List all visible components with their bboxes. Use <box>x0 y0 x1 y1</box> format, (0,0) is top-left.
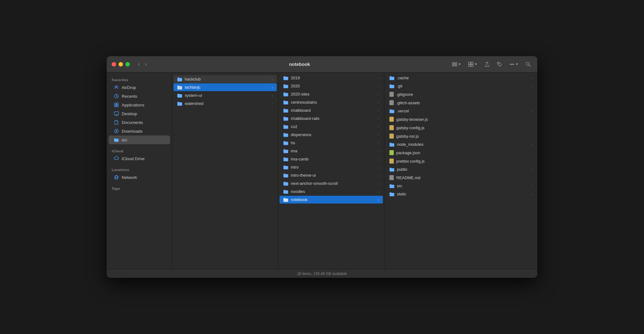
col1-lachlanjc[interactable]: lachlanjc › <box>173 83 277 91</box>
sidebar-item-desktop[interactable]: Desktop <box>109 109 170 118</box>
column-1: hackclub › lachlanjc › system-ui › <box>172 72 278 269</box>
col3-node-modules[interactable]: node_modules › <box>386 140 536 148</box>
search-button[interactable] <box>524 60 532 68</box>
forward-button[interactable]: › <box>143 60 149 69</box>
sidebar-item-airdrop[interactable]: AirDrop <box>109 83 170 92</box>
col2-intro-theme-ui[interactable]: intro-theme-ui › <box>280 171 383 179</box>
col3-public[interactable]: public › <box>386 165 536 173</box>
col3-readme[interactable]: README.md <box>386 174 536 182</box>
sidebar-item-desktop-label: Desktop <box>122 111 137 116</box>
col2-co2-chevron: › <box>378 125 379 129</box>
close-button[interactable] <box>112 62 116 66</box>
sidebar: Favorites AirDrop Recents Appl <box>107 72 172 269</box>
col2-notebook[interactable]: notebook › <box>280 196 383 204</box>
sidebar-item-src[interactable]: src <box>109 135 170 144</box>
back-button[interactable]: ‹ <box>136 60 142 69</box>
col3-vercel-label: .vercel <box>397 109 409 113</box>
col2-chalkboard-rails-label: chalkboard-rails <box>291 116 320 121</box>
file-icon-js <box>389 125 394 130</box>
col1-hackclub[interactable]: hackclub › <box>173 75 277 83</box>
col3-git[interactable]: .git › <box>386 82 536 90</box>
svg-point-7 <box>498 63 499 64</box>
col3-gatsby-config[interactable]: gatsby-config.js <box>386 124 536 132</box>
minimize-button[interactable] <box>119 62 123 66</box>
recents-icon <box>114 93 119 99</box>
col2-2020-chevron: › <box>378 84 379 88</box>
col2-ima[interactable]: ima › <box>280 147 383 155</box>
col2-chalkboard-rails[interactable]: chalkboard-rails › <box>280 115 383 122</box>
col2-2019[interactable]: 2019 › <box>280 74 383 82</box>
col3-package-json-label: package.json <box>396 150 420 155</box>
favorites-label: Favorites <box>107 76 172 83</box>
network-icon <box>114 174 119 180</box>
svg-rect-6 <box>471 64 473 66</box>
col2-noodles[interactable]: noodles › <box>280 188 383 195</box>
col1-lachlanjc-label: lachlanjc <box>185 85 201 90</box>
column-view-button[interactable]: ▼ <box>451 60 462 68</box>
col1-watershed[interactable]: watershed › <box>173 100 277 107</box>
maximize-button[interactable] <box>125 62 130 66</box>
grid-view-button[interactable]: ▼ <box>467 60 479 68</box>
main-content: Favorites AirDrop Recents Appl <box>107 72 537 269</box>
col2-chalkboard[interactable]: chalkboard › <box>280 106 383 114</box>
col3-gatsby-ssr[interactable]: gatsby-ssr.js <box>386 132 536 140</box>
col2-ima-cards[interactable]: ima-cards › <box>280 155 383 163</box>
col2-intro-theme-ui-label: intro-theme-ui <box>291 173 316 178</box>
col3-cache[interactable]: .cache › <box>386 74 536 82</box>
statusbar-text: 18 items, 139.48 GB available <box>297 272 347 276</box>
col2-dispersions-label: dispersions <box>291 132 311 137</box>
col3-package-json[interactable]: package.json <box>386 149 536 157</box>
col3-gitignore[interactable]: .gitignore <box>386 90 536 98</box>
col1-system-ui[interactable]: system-ui › <box>173 91 277 99</box>
col2-notebook-chevron: › <box>378 198 379 202</box>
more-button[interactable]: ▼ <box>508 60 520 68</box>
col2-next-anchor-chevron: › <box>378 182 379 185</box>
col3-gitignore-label: .gitignore <box>396 92 413 97</box>
sidebar-item-icloud-drive[interactable]: iCloud Drive <box>109 154 170 163</box>
airdrop-icon <box>114 85 119 90</box>
share-button[interactable] <box>483 60 491 68</box>
col3-src[interactable]: src › <box>386 182 536 190</box>
col3-gatsby-browser[interactable]: gatsby-browser.js <box>386 115 536 123</box>
col3-src-chevron: › <box>531 184 532 188</box>
col2-next-anchor[interactable]: next-anchor-smooth-scroll › <box>280 179 383 187</box>
sidebar-item-applications[interactable]: Applications <box>109 101 170 109</box>
col3-readme-label: README.md <box>396 175 420 180</box>
col2-dispersions[interactable]: dispersions › <box>280 131 383 139</box>
file-icon-plain <box>389 100 394 105</box>
sidebar-item-recents[interactable]: Recents <box>109 92 170 101</box>
sidebar-item-downloads-label: Downloads <box>122 129 143 134</box>
col3-static[interactable]: static › <box>386 190 536 198</box>
col2-centresustains[interactable]: centresustains › <box>280 98 383 106</box>
documents-icon <box>114 120 119 125</box>
col3-vercel[interactable]: .vercel › <box>386 107 536 115</box>
sidebar-item-applications-label: Applications <box>122 103 144 107</box>
file-icon-md <box>389 175 394 180</box>
file-icon-js <box>389 117 394 122</box>
sidebar-item-src-label: src <box>122 138 127 142</box>
col3-src-label: src <box>397 184 402 188</box>
columns-area: hackclub › lachlanjc › system-ui › <box>172 72 537 269</box>
col2-2020-sites[interactable]: 2020-sites › <box>280 90 383 98</box>
col3-prettier-config[interactable]: prettier.config.js <box>386 157 536 165</box>
applications-icon <box>114 102 119 108</box>
icloud-icon <box>114 156 119 161</box>
tag-button[interactable] <box>495 60 504 68</box>
col3-glitch-assets[interactable]: .glitch-assets <box>386 99 536 107</box>
sidebar-item-documents-label: Documents <box>122 120 143 125</box>
col2-hs[interactable]: hs › <box>280 139 383 147</box>
sidebar-item-network[interactable]: Network <box>109 173 170 182</box>
statusbar: 18 items, 139.48 GB available <box>107 269 537 278</box>
sidebar-item-downloads[interactable]: Downloads <box>109 127 170 135</box>
svg-point-8 <box>510 64 511 64</box>
col2-hs-chevron: › <box>378 141 379 145</box>
col2-2020[interactable]: 2020 › <box>280 82 383 90</box>
col2-dispersions-chevron: › <box>378 133 379 137</box>
col2-ima-cards-chevron: › <box>378 157 379 161</box>
col2-intro[interactable]: intro › <box>280 163 383 171</box>
toolbar-right: ▼ ▼ <box>451 60 532 68</box>
icloud-label: iCloud <box>107 147 172 154</box>
col3-node-modules-label: node_modules <box>397 142 423 147</box>
col2-co2[interactable]: co2 › <box>280 123 383 130</box>
sidebar-item-documents[interactable]: Documents <box>109 118 170 127</box>
